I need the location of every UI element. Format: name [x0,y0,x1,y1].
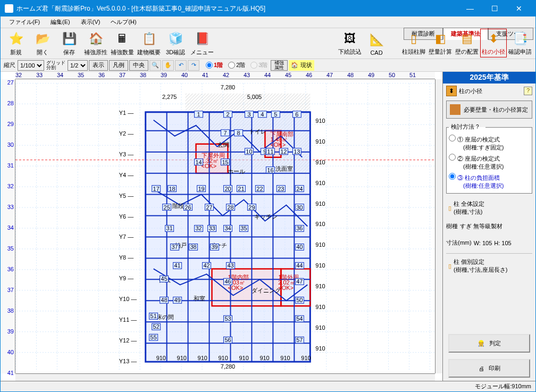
pan-icon[interactable]: ✋ [162,60,174,71]
svg-text:910: 910 [156,355,166,361]
svg-text:24: 24 [296,186,303,192]
ruler-x: 3233343536373839404142434445464748495051 [15,72,435,79]
svg-text:Y9 —: Y9 — [119,275,133,281]
svg-text:階段: 階段 [172,203,184,209]
svg-text:23: 23 [278,186,284,192]
svg-text:40: 40 [296,244,303,250]
column-icon: ▯ [448,205,451,212]
setting-all-button[interactable]: ▯ 柱 全体設定(樹種,寸法) [446,198,532,218]
menu-view[interactable]: 表示(V) [76,18,106,26]
svg-text:ダイニング: ダイニング [252,287,281,294]
center-button[interactable]: 中央 [129,60,148,71]
menubar: ファイル(F) 編集(E) 表示(V) ヘルプ(H) [1,16,535,28]
show-button[interactable]: 表示 [89,60,108,71]
save-button[interactable]: 💾保存 [56,29,82,58]
method-opt3[interactable]: ③ 柱の負担面積 (樹種:任意選択) [449,172,530,191]
floor2-radio[interactable]: 2階 [226,61,247,69]
toolbar-main: ⭐新規 📂開く 💾保存 🏠補強原性 🖩補強数量 📋建物概要 🧊3D確認 📕メニュ… [1,28,535,59]
judge-icon: 👷 [478,340,485,347]
svg-text:910: 910 [198,355,207,361]
tatemono-button[interactable]: 📋建物概要 [136,29,162,58]
svg-text:洗面室: 洗面室 [275,165,293,172]
print-button[interactable]: 🖨印刷 [448,359,530,378]
grid-select[interactable]: 1/2 [68,60,88,71]
canvas-area[interactable]: 3233343536373839404142434445464748495051… [1,72,443,381]
judge-button[interactable]: 👷判定 [448,334,530,353]
pillar-icon: ▯ [405,30,422,47]
svg-text:50: 50 [296,297,303,303]
species-row: 樹種 すぎ 無等級製材 [446,222,532,230]
svg-text:Y1 —: Y1 — [119,110,133,116]
kabehaichi-button[interactable]: ▤壁の配置 [454,29,480,57]
dim-w: W: 105 [474,240,492,246]
kaberyou-button[interactable]: ◧壁量計算 [427,29,454,57]
new-button[interactable]: ⭐新規 [3,29,29,58]
maximize-button[interactable]: ☐ [482,1,507,16]
titlebar: ホームズ君「耐震診断Pro」Ver5.0.0.0 - [住木邸新築工事0_確認申… [1,1,535,16]
kakunin-button[interactable]: 📑確認申請 [507,29,533,57]
wall-icon [450,104,460,115]
svg-text:床の間: 床の間 [156,314,174,320]
open-button[interactable]: 📂開く [29,29,56,58]
scale-select[interactable]: 1/100 [18,60,44,71]
svg-text:49: 49 [174,297,181,303]
hokyogen-button[interactable]: 🏠補強原性 [82,29,109,58]
legend-button[interactable]: 凡例 [109,60,128,71]
svg-text:55: 55 [150,334,157,340]
floor3-radio[interactable]: 3階 [248,61,270,69]
svg-text:39: 39 [211,244,217,250]
svg-text:32: 32 [195,225,202,231]
shitae-button[interactable]: 🖼下絵読込 [337,29,363,57]
hashira-button[interactable]: ⬍柱の小径 [480,29,507,57]
hokyosu-button[interactable]: 🖩補強数量 [109,29,136,58]
floor1-radio[interactable]: 1階 [204,61,225,69]
close-button[interactable]: ✕ [507,1,531,16]
svg-text:910: 910 [315,201,325,207]
open-icon: 📂 [34,31,51,47]
scrollbar-y[interactable] [435,79,442,373]
svg-text:910: 910 [219,355,228,361]
method-opt1[interactable]: ① 座屈の検定式 (樹種:すぎ固定) [449,134,530,153]
svg-text:37: 37 [172,244,178,250]
svg-text:21: 21 [238,186,244,192]
svg-text:1: 1 [197,111,200,118]
svg-text:Y2 —: Y2 — [119,130,133,137]
svg-text:33: 33 [208,225,215,231]
calc-icon: 🖩 [114,31,131,47]
form-icon: 📋 [140,31,157,47]
apply-icon: 📑 [512,30,529,47]
undo-icon[interactable]: ↶ [175,60,187,71]
menu-file[interactable]: ファイル(F) [4,18,45,26]
svg-text:42: 42 [203,262,210,269]
check3d-button[interactable]: 🧊3D確認 [162,29,189,58]
svg-text:11: 11 [267,148,273,155]
svg-text:トイレ: トイレ [249,128,266,135]
floor-plan[interactable]: 7,280 2,275 5,005 7,280 Y1 —Y2 —Y3 —Y4 —… [15,79,435,373]
svg-text:36: 36 [296,225,303,231]
help-icon[interactable]: ? [476,124,483,131]
species-value: すぎ 無等級製材 [460,222,502,230]
cad-button[interactable]: 📐CAD [363,29,390,57]
minimize-button[interactable]: — [458,1,482,16]
menu-help[interactable]: ヘルプ(H) [105,18,141,26]
dim-bottom: 7,280 [221,363,235,370]
menu-button[interactable]: 📕メニュー [189,29,215,58]
genjou-status: 🏠現状 [289,60,314,71]
method-opt2[interactable]: ② 座屈の検定式 (樹種:任意選択) [449,153,530,172]
svg-text:22: 22 [256,186,263,192]
menu-edit[interactable]: 編集(E) [45,18,76,26]
hokyozoku-button[interactable]: 補強 属性 [271,60,288,71]
redo-icon[interactable]: ↷ [188,60,199,71]
svg-text:910: 910 [259,355,269,361]
svg-text:53: 53 [224,315,231,322]
zoom-in-icon[interactable]: 🔍 [149,60,161,71]
chutou-button[interactable]: ▯柱頭柱脚 [400,29,427,57]
scrollbar-x[interactable] [15,373,435,381]
section-title: ⬍ 柱の小径 ? [443,84,535,98]
wall-calc-button[interactable]: 必要壁量・柱の小径算定 [446,101,532,119]
svg-text:910: 910 [315,324,325,331]
help-icon[interactable]: ? [524,87,532,95]
status-text: モジュール幅:910mm [475,382,531,390]
side-panel: 2025年基準 ⬍ 柱の小径 ? 必要壁量・柱の小径算定 検討方法 ? ① 座屈… [443,72,535,381]
setting-individual-button[interactable]: ▯ 柱 個別設定(樹種,寸法,座屈長さ) [446,253,532,276]
